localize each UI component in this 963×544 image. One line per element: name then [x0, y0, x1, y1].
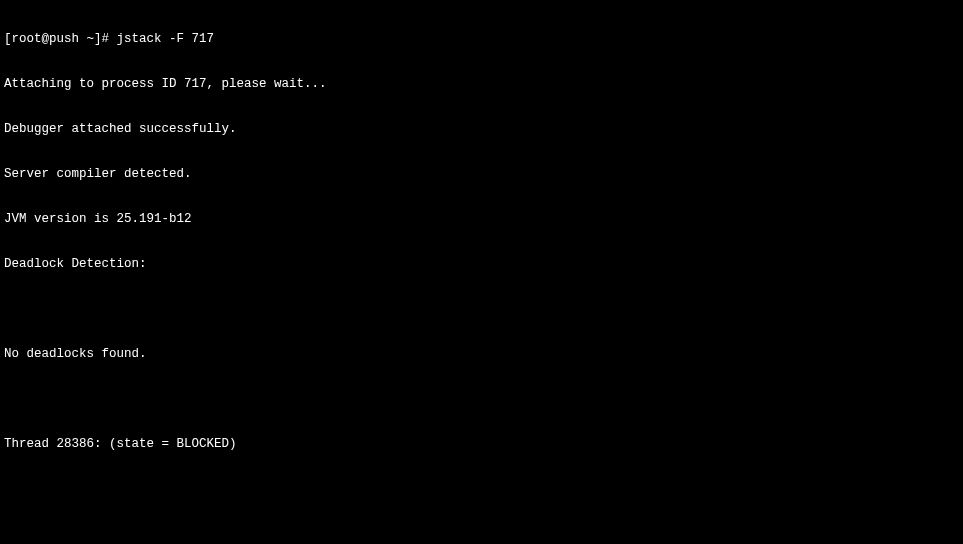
- jvm-version: JVM version is 25.191-b12: [4, 212, 959, 227]
- blank-line: [4, 392, 959, 407]
- terminal-output: [root@push ~]# jstack -F 717 Attaching t…: [0, 0, 963, 544]
- thread-header-1: Thread 28386: (state = BLOCKED): [4, 437, 959, 452]
- debugger-attached: Debugger attached successfully.: [4, 122, 959, 137]
- compiler-detected: Server compiler detected.: [4, 167, 959, 182]
- deadlock-result: No deadlocks found.: [4, 347, 959, 362]
- deadlock-header: Deadlock Detection:: [4, 257, 959, 272]
- shell-prompt-line: [root@push ~]# jstack -F 717: [4, 32, 959, 47]
- blank-line: [4, 527, 959, 542]
- blank-line: [4, 482, 959, 497]
- attach-message: Attaching to process ID 717, please wait…: [4, 77, 959, 92]
- blank-line: [4, 302, 959, 317]
